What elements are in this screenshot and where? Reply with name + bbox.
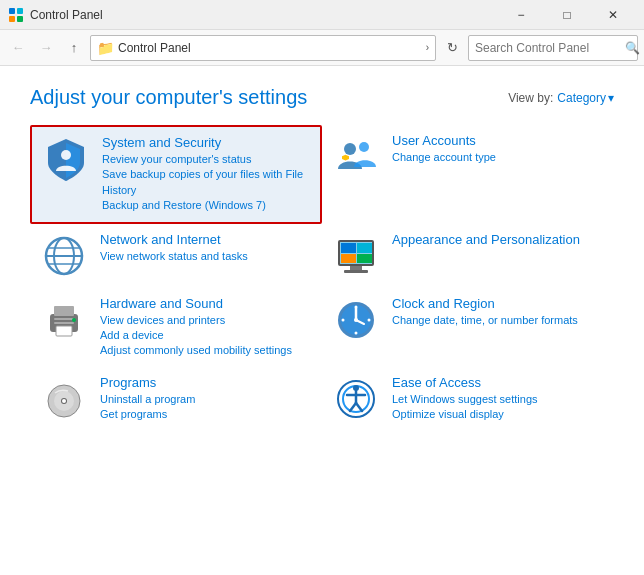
minimize-button[interactable]: − bbox=[498, 0, 544, 30]
appearance-icon bbox=[332, 232, 380, 280]
ease-of-access-title[interactable]: Ease of Access bbox=[392, 375, 604, 390]
svg-rect-17 bbox=[357, 254, 372, 263]
title-bar: Control Panel − □ ✕ bbox=[0, 0, 644, 30]
forward-button[interactable]: → bbox=[34, 36, 58, 60]
svg-rect-18 bbox=[350, 266, 362, 270]
address-input[interactable]: 📁 Control Panel › bbox=[90, 35, 436, 61]
system-security-icon bbox=[42, 135, 90, 183]
hardware-sound-link-3[interactable]: Adjust commonly used mobility settings bbox=[100, 343, 312, 358]
svg-point-25 bbox=[72, 318, 76, 322]
folder-icon: 📁 bbox=[97, 40, 114, 56]
svg-rect-24 bbox=[56, 326, 72, 336]
hardware-sound-text: Hardware and Sound View devices and prin… bbox=[100, 296, 312, 359]
system-security-title[interactable]: System and Security bbox=[102, 135, 310, 150]
search-icon[interactable]: 🔍 bbox=[625, 41, 640, 55]
svg-rect-16 bbox=[341, 254, 356, 263]
svg-rect-22 bbox=[54, 322, 74, 324]
network-internet-text: Network and Internet View network status… bbox=[100, 232, 312, 264]
svg-rect-0 bbox=[9, 8, 15, 14]
system-security-link-3[interactable]: Backup and Restore (Windows 7) bbox=[102, 198, 310, 213]
hardware-sound-title[interactable]: Hardware and Sound bbox=[100, 296, 312, 311]
view-by-category: Category bbox=[557, 91, 606, 105]
main-content: Adjust your computer's settings View by:… bbox=[0, 66, 644, 451]
category-appearance[interactable]: Appearance and Personalization bbox=[322, 224, 614, 288]
svg-point-31 bbox=[355, 305, 358, 308]
ease-of-access-link-2[interactable]: Optimize visual display bbox=[392, 407, 604, 422]
address-arrow: › bbox=[426, 42, 429, 53]
programs-link-2[interactable]: Get programs bbox=[100, 407, 312, 422]
svg-point-39 bbox=[62, 399, 66, 403]
appearance-text: Appearance and Personalization bbox=[392, 232, 604, 249]
svg-rect-21 bbox=[54, 318, 74, 320]
svg-rect-2 bbox=[9, 16, 15, 22]
hardware-sound-link-1[interactable]: View devices and printers bbox=[100, 313, 312, 328]
system-security-link-1[interactable]: Review your computer's status bbox=[102, 152, 310, 167]
hardware-sound-icon bbox=[40, 296, 88, 344]
category-ease-of-access[interactable]: Ease of Access Let Windows suggest setti… bbox=[322, 367, 614, 431]
programs-title[interactable]: Programs bbox=[100, 375, 312, 390]
hardware-sound-link-2[interactable]: Add a device bbox=[100, 328, 312, 343]
svg-rect-1 bbox=[17, 8, 23, 14]
user-accounts-link-1[interactable]: Change account type bbox=[392, 150, 604, 165]
view-by-value[interactable]: Category ▾ bbox=[557, 91, 614, 105]
ease-of-access-text: Ease of Access Let Windows suggest setti… bbox=[392, 375, 604, 423]
svg-line-45 bbox=[350, 403, 356, 411]
svg-point-6 bbox=[359, 142, 369, 152]
svg-line-46 bbox=[356, 403, 362, 411]
user-accounts-title[interactable]: User Accounts bbox=[392, 133, 604, 148]
category-system-security[interactable]: System and Security Review your computer… bbox=[30, 125, 322, 224]
svg-rect-15 bbox=[357, 243, 372, 253]
network-internet-title[interactable]: Network and Internet bbox=[100, 232, 312, 247]
view-by-label: View by: bbox=[508, 91, 553, 105]
page-title: Adjust your computer's settings bbox=[30, 86, 307, 109]
user-accounts-icon bbox=[332, 133, 380, 181]
address-bar: ← → ↑ 📁 Control Panel › ↻ 🔍 bbox=[0, 30, 644, 66]
category-user-accounts[interactable]: User Accounts Change account type bbox=[322, 125, 614, 224]
clock-region-link-1[interactable]: Change date, time, or number formats bbox=[392, 313, 604, 328]
svg-point-33 bbox=[342, 318, 345, 321]
view-by-control[interactable]: View by: Category ▾ bbox=[508, 91, 614, 105]
svg-point-4 bbox=[61, 150, 71, 160]
up-button[interactable]: ↑ bbox=[62, 36, 86, 60]
view-by-arrow: ▾ bbox=[608, 91, 614, 105]
content-header: Adjust your computer's settings View by:… bbox=[30, 86, 614, 109]
programs-text: Programs Uninstall a program Get program… bbox=[100, 375, 312, 423]
title-bar-icon bbox=[8, 7, 24, 23]
clock-region-title[interactable]: Clock and Region bbox=[392, 296, 604, 311]
category-clock-region[interactable]: Clock and Region Change date, time, or n… bbox=[322, 288, 614, 367]
refresh-button[interactable]: ↻ bbox=[440, 36, 464, 60]
svg-rect-14 bbox=[341, 243, 356, 253]
maximize-button[interactable]: □ bbox=[544, 0, 590, 30]
svg-point-5 bbox=[344, 143, 356, 155]
appearance-title[interactable]: Appearance and Personalization bbox=[392, 232, 604, 247]
user-accounts-text: User Accounts Change account type bbox=[392, 133, 604, 165]
svg-rect-19 bbox=[344, 270, 368, 273]
clock-region-icon bbox=[332, 296, 380, 344]
svg-point-32 bbox=[355, 331, 358, 334]
programs-icon bbox=[40, 375, 88, 423]
svg-rect-23 bbox=[54, 306, 74, 316]
address-text: Control Panel bbox=[118, 41, 422, 55]
ease-of-access-icon bbox=[332, 375, 380, 423]
network-internet-link-1[interactable]: View network status and tasks bbox=[100, 249, 312, 264]
svg-rect-3 bbox=[17, 16, 23, 22]
system-security-text: System and Security Review your computer… bbox=[102, 135, 310, 214]
ease-of-access-link-1[interactable]: Let Windows suggest settings bbox=[392, 392, 604, 407]
clock-region-text: Clock and Region Change date, time, or n… bbox=[392, 296, 604, 328]
category-network-internet[interactable]: Network and Internet View network status… bbox=[30, 224, 322, 288]
category-programs[interactable]: Programs Uninstall a program Get program… bbox=[30, 367, 322, 431]
title-bar-buttons: − □ ✕ bbox=[498, 0, 636, 30]
category-hardware-sound[interactable]: Hardware and Sound View devices and prin… bbox=[30, 288, 322, 367]
programs-link-1[interactable]: Uninstall a program bbox=[100, 392, 312, 407]
categories-grid: System and Security Review your computer… bbox=[30, 125, 614, 431]
system-security-link-2[interactable]: Save backup copies of your files with Fi… bbox=[102, 167, 310, 198]
close-button[interactable]: ✕ bbox=[590, 0, 636, 30]
search-box[interactable]: 🔍 bbox=[468, 35, 638, 61]
search-input[interactable] bbox=[475, 41, 625, 55]
network-internet-icon bbox=[40, 232, 88, 280]
svg-point-34 bbox=[368, 318, 371, 321]
title-bar-title: Control Panel bbox=[30, 8, 498, 22]
back-button[interactable]: ← bbox=[6, 36, 30, 60]
